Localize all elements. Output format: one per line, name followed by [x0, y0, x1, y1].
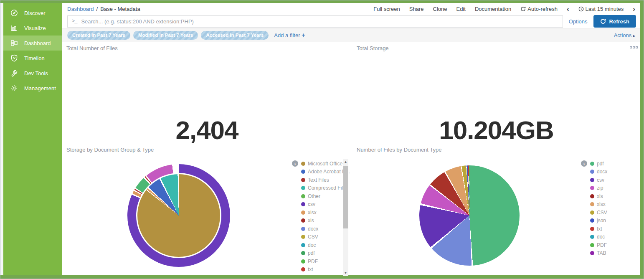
- legend-item[interactable]: pdf: [590, 160, 636, 168]
- time-range-picker[interactable]: Last 15 minutes: [578, 6, 624, 12]
- breadcrumb-dashboard-link[interactable]: Dashboard: [67, 6, 94, 12]
- legend-swatch: [301, 211, 305, 215]
- scrollbar-thumb[interactable]: [343, 166, 348, 228]
- legend-swatch: [301, 259, 305, 264]
- sidebar-item-dashboard[interactable]: Dashboard: [3, 36, 62, 51]
- legend-item[interactable]: xlsx: [301, 208, 341, 217]
- legend-item[interactable]: pdf: [301, 249, 341, 258]
- legend-item[interactable]: csv: [590, 176, 636, 184]
- sidebar: Discover Visualize Dashboard Timelion: [3, 3, 62, 275]
- auto-refresh-button[interactable]: Auto-refresh: [520, 6, 558, 12]
- legend-item[interactable]: TAB: [590, 249, 636, 258]
- files-pie-chart[interactable]: [419, 165, 520, 266]
- legend-swatch: [590, 251, 594, 255]
- wrench-icon: [10, 69, 18, 77]
- filter-pill[interactable]: Accessed in Past 7 Years: [201, 31, 269, 40]
- legend-item[interactable]: json: [590, 217, 636, 225]
- legend-swatch: [590, 170, 594, 174]
- legend-swatch: [590, 202, 594, 206]
- legend-swatch: [301, 202, 305, 206]
- panel-title-total-storage: Total Storage: [357, 45, 389, 51]
- legend-item[interactable]: zip: [590, 184, 636, 193]
- legend-item[interactable]: xls: [590, 192, 636, 200]
- legend-item[interactable]: Other: [301, 192, 341, 200]
- legend-item[interactable]: txt: [590, 225, 636, 233]
- dashboard-panels: Total Number of Files 2,404 Total Storag…: [62, 42, 640, 275]
- time-forward-chevron-icon[interactable]: ›: [633, 5, 635, 13]
- legend-item[interactable]: CSV: [301, 233, 341, 241]
- legend-item[interactable]: PDF: [301, 257, 341, 266]
- share-button[interactable]: Share: [409, 6, 424, 12]
- compass-icon: [10, 9, 18, 17]
- plus-icon: +: [302, 32, 305, 38]
- breadcrumb-separator: /: [96, 6, 98, 12]
- left-gutter: [0, 3, 3, 275]
- sidebar-item-label: Timelion: [24, 55, 45, 61]
- sunburst-inner-pie: [137, 174, 220, 257]
- search-input[interactable]: [81, 18, 558, 25]
- full-screen-button[interactable]: Full screen: [373, 6, 400, 12]
- actions-menu-button[interactable]: Actions ▸: [614, 32, 635, 38]
- legend-item[interactable]: txt: [301, 266, 341, 274]
- legend-item[interactable]: Text Files: [301, 176, 341, 184]
- legend-item[interactable]: PDF: [590, 241, 636, 249]
- breadcrumb-current: Base - Metadata: [100, 6, 140, 12]
- legend-swatch: [590, 218, 594, 223]
- legend-swatch: [301, 194, 305, 198]
- time-back-chevron-icon[interactable]: ‹: [567, 5, 569, 13]
- legend-item[interactable]: xls: [301, 217, 341, 225]
- timelion-shield-icon: [10, 54, 18, 62]
- legend-item[interactable]: CSV: [590, 208, 636, 217]
- clone-button[interactable]: Clone: [433, 6, 447, 12]
- legend-swatch: [590, 178, 594, 182]
- legend-item[interactable]: docx: [590, 168, 636, 176]
- sidebar-item-label: Dev Tools: [24, 70, 48, 76]
- legend-item[interactable]: xlsx: [590, 200, 636, 209]
- legend-swatch: [301, 162, 305, 166]
- legend-swatch: [590, 227, 594, 231]
- legend-item[interactable]: Compressed Files: [301, 184, 341, 193]
- sidebar-item-discover[interactable]: Discover: [3, 5, 62, 20]
- legend-item[interactable]: csv: [301, 200, 341, 209]
- sidebar-item-timelion[interactable]: Timelion: [3, 51, 62, 66]
- legend-item[interactable]: Microsoft Office ...: [301, 160, 341, 168]
- legend-swatch: [301, 186, 305, 190]
- scroll-down-icon[interactable]: ▼: [344, 270, 347, 276]
- legend-swatch: [590, 186, 594, 190]
- top-navigation-bar: Dashboard / Base - Metadata Full screen …: [62, 3, 640, 15]
- refresh-button[interactable]: Refresh: [593, 15, 636, 28]
- legend-item[interactable]: doc: [590, 233, 636, 241]
- bottom-frame-bar: [0, 275, 644, 279]
- sidebar-item-visualize[interactable]: Visualize: [3, 20, 62, 36]
- refresh-icon: [600, 18, 606, 24]
- search-box: >_: [67, 15, 563, 28]
- panel-title-storage-pie: Storage by Document Group & Type: [66, 147, 154, 153]
- panel-options-icon[interactable]: [630, 46, 638, 48]
- legend-item[interactable]: doc: [301, 241, 341, 249]
- edit-button[interactable]: Edit: [456, 6, 465, 12]
- bar-chart-icon: [10, 24, 18, 32]
- refresh-arrow-icon: [520, 6, 526, 12]
- legend-collapse-icon[interactable]: ›: [581, 160, 587, 167]
- legend-swatch: [301, 170, 305, 174]
- legend-collapse-icon[interactable]: ›: [292, 160, 298, 167]
- filter-pill[interactable]: Created in Past 7 Years: [67, 31, 130, 40]
- filter-pill[interactable]: Modified in Past 7 Years: [133, 31, 198, 40]
- sidebar-item-dev-tools[interactable]: Dev Tools: [3, 66, 62, 81]
- sidebar-item-label: Discover: [24, 10, 46, 16]
- files-legend: pdfdocxcsvzipxlsxlsxCSVjsontxtdocPDFTAB: [590, 160, 636, 257]
- add-filter-button[interactable]: Add a filter +: [274, 32, 305, 38]
- legend-swatch: [301, 243, 305, 247]
- documentation-link[interactable]: Documentation: [475, 6, 511, 12]
- options-link[interactable]: Options: [569, 18, 588, 25]
- legend-item[interactable]: docx: [301, 225, 341, 233]
- sidebar-item-management[interactable]: Management: [3, 81, 62, 96]
- legend-scrollbar[interactable]: ▲ ▼: [343, 159, 348, 276]
- scroll-up-icon[interactable]: ▲: [344, 159, 347, 165]
- gear-icon: [10, 84, 18, 92]
- legend-swatch: [590, 211, 594, 215]
- legend-swatch: [590, 194, 594, 198]
- legend-item[interactable]: Adobe Acrobat D...: [301, 168, 341, 176]
- sidebar-item-label: Dashboard: [24, 40, 51, 46]
- legend-swatch: [590, 243, 594, 247]
